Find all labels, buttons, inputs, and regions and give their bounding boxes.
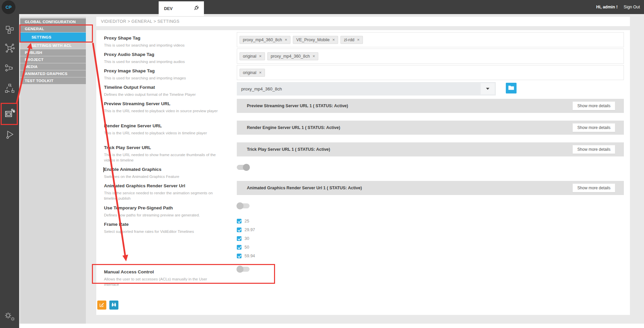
rail-item-media-network[interactable] <box>4 44 15 54</box>
setting-description: This is used for searching and importing… <box>104 43 223 48</box>
toggle-knob <box>236 266 244 273</box>
tag-remove-icon[interactable]: × <box>313 54 315 58</box>
tag-chip: zl-rdd× <box>340 36 363 44</box>
dropdown-selected-value: proxy_mp4_360_8ch <box>237 86 282 91</box>
chevron-down-icon <box>486 88 489 90</box>
show-more-details-button[interactable]: Show more details <box>573 145 615 154</box>
setting-label: Frame Rate <box>104 222 223 227</box>
rail-item-modules-cubes[interactable] <box>4 25 15 36</box>
sidebar-item-general[interactable]: GENERAL <box>20 25 86 32</box>
proxy-image-shape-tag-field[interactable]: original× <box>237 65 624 80</box>
breadcrumb: VIDIEDITOR > GENERAL > SETTINGS <box>96 19 179 24</box>
browse-folder-button[interactable] <box>506 83 517 93</box>
enable-animated-graphics-toggle[interactable] <box>237 165 250 170</box>
sign-out-link[interactable]: Sign Out <box>624 5 640 9</box>
bottom-strip <box>19 324 644 328</box>
toggle-knob <box>236 202 244 209</box>
server-status-text: Animated Graphics Render Server Url 1 ( … <box>237 186 362 190</box>
frame-rate-checkbox[interactable] <box>237 254 241 258</box>
show-more-details-button[interactable]: Show more details <box>573 102 615 110</box>
setting-row-animated-graphics-render-server-url: Animated Graphics Render Server UrlThis … <box>104 183 223 201</box>
settings-gears-icon <box>4 311 15 323</box>
tag-chip: original× <box>239 52 265 60</box>
setting-row-timeline-output-format: Timeline Output FormatDefines the video … <box>104 85 223 97</box>
frame-rate-checkbox[interactable] <box>237 219 241 223</box>
tag-remove-icon[interactable]: × <box>285 38 287 42</box>
setting-description: This is used for searching and importing… <box>104 59 223 65</box>
env-tab-dev[interactable]: DEV <box>159 1 204 16</box>
app-logo[interactable]: CP <box>2 0 15 14</box>
rail-item-playout[interactable] <box>4 130 15 140</box>
trick-play-server-url-status-bar: Trick Play Server URL 1 ( STATUS: Active… <box>237 142 624 156</box>
checkbox-row: 25 <box>237 219 255 223</box>
setting-row-frame-rate: Frame RateSelect supported frame rates f… <box>104 222 223 235</box>
setting-description: Switches on the Animated Graphics Featur… <box>104 174 223 180</box>
setting-label: Enable Animated Graphics <box>104 167 223 172</box>
sidebar-item-project[interactable]: PROJECT <box>20 56 86 63</box>
sidebar-item-label: SETTINGS WITH ACL <box>32 44 72 48</box>
sidebar-item-label: ANIMATED GRAPHICS <box>25 72 67 76</box>
env-tab-label: DEV <box>164 6 173 11</box>
sidebar-item-publish[interactable]: PUBLISH <box>20 49 86 56</box>
frame-rate-checkbox[interactable] <box>237 245 241 250</box>
binoculars-button[interactable] <box>109 301 118 310</box>
setting-label: Use Temporary Pre-Signed Path <box>104 205 223 210</box>
sidebar-item-global-configuration[interactable]: GLOBAL CONFIGURATION <box>20 18 86 25</box>
setting-row-use-temporary-pre-signed-path: Use Temporary Pre-Signed PathDefines how… <box>104 205 223 218</box>
sidebar-item-label: SETTINGS <box>32 35 51 39</box>
tag-chip: proxy_mp4_360_8ch× <box>239 36 290 44</box>
setting-row-preview-streaming-server-url: Preview Streaming Server URLThis is the … <box>104 101 223 114</box>
setting-label: Proxy Shape Tag <box>104 36 223 41</box>
settings-form-card: Proxy Shape TagThis is used for searchin… <box>96 30 630 315</box>
tag-remove-icon[interactable]: × <box>357 38 360 42</box>
sidebar-item-settings[interactable]: SETTINGS <box>20 32 86 42</box>
setting-label: Animated Graphics Render Server Url <box>104 183 223 188</box>
setting-description: Defines how paths for streaming preview … <box>104 213 223 218</box>
proxy-shape-tag-field[interactable]: proxy_mp4_360_8ch×VE_Proxy_Mobile×zl-rdd… <box>237 32 624 47</box>
setting-label: Timeline Output Format <box>104 85 223 90</box>
playout-icon <box>5 129 15 141</box>
show-more-details-button[interactable]: Show more details <box>573 184 615 192</box>
rail-item-settings-gears[interactable] <box>4 312 15 322</box>
tag-chip-label: original <box>243 54 256 59</box>
app-logo-text: CP <box>5 5 11 10</box>
tag-chip: original× <box>239 69 265 77</box>
frame-rate-checkbox[interactable] <box>237 227 241 232</box>
media-network-icon <box>5 43 15 55</box>
sidebar-item-media[interactable]: MEDIA <box>20 63 86 70</box>
workflow-icon <box>5 63 15 74</box>
tag-chip: proxy_mp4_360_8ch× <box>267 52 318 60</box>
frame-rate-checkbox[interactable] <box>237 236 241 241</box>
form-action-buttons <box>97 301 118 310</box>
checkbox-row: 29.97 <box>237 227 255 232</box>
setting-description: This is the URL needed to playback video… <box>104 109 223 114</box>
tag-chip-label: original <box>243 70 256 75</box>
edit-button[interactable] <box>97 301 106 310</box>
checkbox-label: 25 <box>245 219 249 223</box>
tag-chip: VE_Proxy_Mobile× <box>293 36 338 44</box>
checkbox-label: 29.97 <box>245 227 255 232</box>
manual-access-control-toggle[interactable] <box>237 267 250 272</box>
show-more-details-button[interactable]: Show more details <box>573 123 615 132</box>
server-status-text: Preview Streaming Server URL 1 ( STATUS:… <box>237 104 348 108</box>
checkbox-label: 50 <box>245 245 249 250</box>
tag-remove-icon[interactable]: × <box>259 54 262 58</box>
tag-remove-icon[interactable]: × <box>332 38 335 42</box>
folder-icon <box>508 85 514 91</box>
rail-item-video-editor[interactable] <box>4 109 15 119</box>
sidebar-item-label: TEST TOOLKIT <box>25 79 53 83</box>
sidebar-item-animated-graphics[interactable]: ANIMATED GRAPHICS <box>20 70 86 77</box>
checkbox-label: 30 <box>245 236 249 241</box>
rail-item-workflow[interactable] <box>4 63 15 74</box>
sidebar-item-test-toolkit[interactable]: TEST TOOLKIT <box>20 77 86 84</box>
dropdown-caret-zone[interactable] <box>481 83 495 94</box>
frame-rate-options: 2529.97305059.94 <box>237 219 255 258</box>
tag-remove-icon[interactable]: × <box>259 70 262 75</box>
preview-streaming-server-url-status-bar: Preview Streaming Server URL 1 ( STATUS:… <box>237 99 624 113</box>
sidebar-item-label: GENERAL <box>25 27 44 31</box>
timeline-output-format-dropdown[interactable]: proxy_mp4_360_8ch <box>237 82 496 95</box>
use-temporary-pre-signed-path-toggle[interactable] <box>237 203 250 208</box>
sidebar-item-settings-with-acl[interactable]: SETTINGS WITH ACL <box>20 42 86 49</box>
proxy-audio-shape-tag-field[interactable]: original×proxy_mp4_360_8ch× <box>237 49 624 64</box>
rail-item-process-loop[interactable] <box>4 84 15 94</box>
